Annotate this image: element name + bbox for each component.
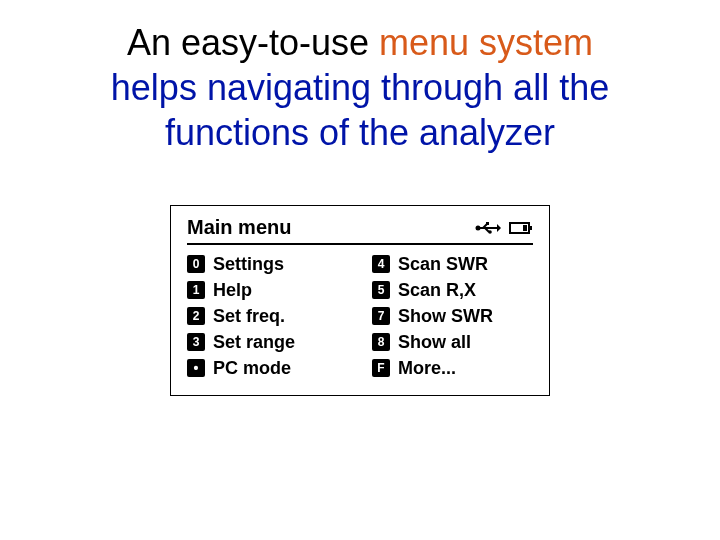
menu-item-show-swr[interactable]: 7 Show SWR	[372, 305, 533, 327]
keycap-icon: 4	[372, 255, 390, 273]
status-icons	[475, 221, 533, 235]
keycap-icon: 0	[187, 255, 205, 273]
divider	[187, 243, 533, 245]
keycap-icon: 7	[372, 307, 390, 325]
battery-icon	[509, 221, 533, 235]
menu-columns: 0 Settings 1 Help 2 Set freq. 3 Set rang…	[187, 253, 533, 379]
menu-label: More...	[398, 357, 456, 379]
menu-column-left: 0 Settings 1 Help 2 Set freq. 3 Set rang…	[187, 253, 348, 379]
menu-label: Set freq.	[213, 305, 285, 327]
svg-point-4	[488, 230, 492, 234]
svg-rect-3	[486, 222, 489, 225]
menu-item-settings[interactable]: 0 Settings	[187, 253, 348, 275]
headline-part1a: An easy-to-use	[127, 22, 379, 63]
menu-label: Scan SWR	[398, 253, 488, 275]
svg-rect-6	[529, 226, 532, 230]
menu-item-help[interactable]: 1 Help	[187, 279, 348, 301]
menu-label: Set range	[213, 331, 295, 353]
menu-label: Settings	[213, 253, 284, 275]
keycap-icon: 5	[372, 281, 390, 299]
keycap-icon: •	[187, 359, 205, 377]
menu-label: Show all	[398, 331, 471, 353]
menu-column-right: 4 Scan SWR 5 Scan R,X 7 Show SWR 8 Show …	[372, 253, 533, 379]
menu-item-scan-rx[interactable]: 5 Scan R,X	[372, 279, 533, 301]
menu-label: Scan R,X	[398, 279, 476, 301]
menu-label: Help	[213, 279, 252, 301]
menu-item-scan-swr[interactable]: 4 Scan SWR	[372, 253, 533, 275]
headline-accent: menu system	[379, 22, 593, 63]
menu-item-set-freq[interactable]: 2 Set freq.	[187, 305, 348, 327]
usb-icon	[475, 221, 501, 235]
menu-label: Show SWR	[398, 305, 493, 327]
menu-label: PC mode	[213, 357, 291, 379]
menu-item-show-all[interactable]: 8 Show all	[372, 331, 533, 353]
headline-part2: helps navigating through all the functio…	[111, 67, 609, 153]
menu-item-more[interactable]: F More...	[372, 357, 533, 379]
lcd-title: Main menu	[187, 216, 291, 239]
headline: An easy-to-use menu system helps navigat…	[40, 20, 680, 155]
lcd-header: Main menu	[187, 216, 533, 239]
keycap-icon: 3	[187, 333, 205, 351]
lcd-frame: Main menu	[0, 205, 720, 396]
keycap-icon: 2	[187, 307, 205, 325]
keycap-icon: 1	[187, 281, 205, 299]
lcd-screen: Main menu	[170, 205, 550, 396]
menu-item-pc-mode[interactable]: • PC mode	[187, 357, 348, 379]
keycap-icon: 8	[372, 333, 390, 351]
svg-marker-2	[497, 224, 501, 232]
keycap-icon: F	[372, 359, 390, 377]
menu-item-set-range[interactable]: 3 Set range	[187, 331, 348, 353]
svg-rect-7	[523, 225, 527, 231]
